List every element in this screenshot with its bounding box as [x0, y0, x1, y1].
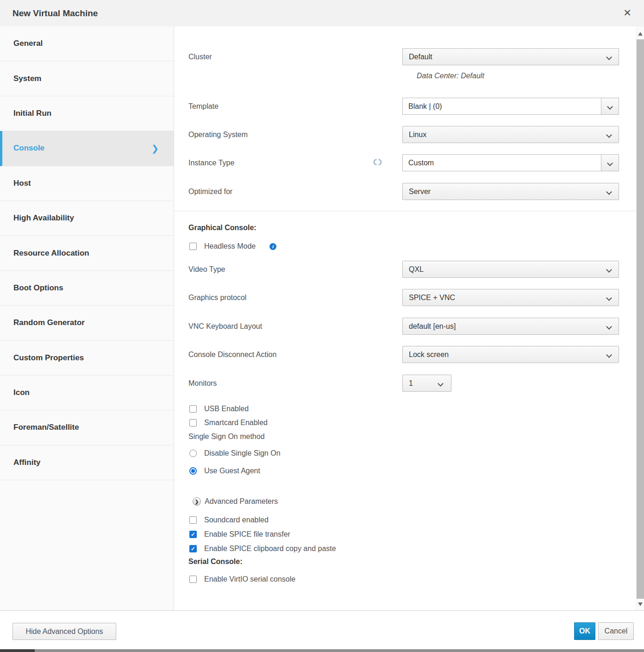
cluster-row: Cluster Default: [188, 48, 619, 65]
chevron-down-icon: [606, 295, 612, 301]
template-combobox[interactable]: Blank | (0): [402, 98, 619, 115]
template-value[interactable]: Blank | (0): [402, 98, 601, 115]
hide-advanced-options-button[interactable]: Hide Advanced Options: [13, 623, 116, 640]
serial-console-heading: Serial Console:: [188, 558, 242, 566]
sso-disable-radio[interactable]: [189, 450, 197, 457]
sidebar-item-boot-options[interactable]: Boot Options: [0, 271, 174, 306]
monitors-row: Monitors 1: [188, 375, 619, 392]
spice-clipboard-row: ✓ Enable SPICE clipboard copy and paste: [189, 545, 619, 553]
spice-file-transfer-checkbox[interactable]: ✓: [189, 531, 197, 538]
scroll-up-arrow-icon[interactable]: [638, 32, 643, 36]
sidebar-item-icon[interactable]: Icon: [0, 376, 174, 410]
sso-guest-agent-radio[interactable]: [189, 467, 197, 475]
sidebar-item-system[interactable]: System: [0, 61, 174, 96]
cluster-select[interactable]: Default: [402, 48, 619, 65]
instance-type-combobox[interactable]: Custom: [402, 154, 619, 171]
console-disconnect-row: Console Disconnect Action Lock screen: [188, 346, 619, 363]
graphics-protocol-row: Graphics protocol SPICE + VNC: [188, 289, 619, 306]
sso-guest-agent-label: Use Guest Agent: [204, 467, 260, 475]
chevron-down-icon: [606, 267, 612, 273]
smartcard-enabled-checkbox[interactable]: [189, 419, 197, 426]
soundcard-enabled-label: Soundcard enabled: [204, 516, 269, 524]
sso-method-label: Single Sign On method: [188, 433, 265, 441]
check-icon: ✓: [191, 532, 195, 537]
advanced-parameters-row: ❯ Advanced Parameters: [193, 497, 619, 506]
vnc-keyboard-row: VNC Keyboard Layout default [en-us]: [188, 318, 619, 335]
virtio-serial-checkbox[interactable]: [189, 576, 197, 583]
sidebar-item-affinity[interactable]: Affinity: [0, 445, 174, 480]
sso-disable-label: Disable Single Sign On: [204, 449, 281, 458]
vnc-keyboard-label: VNC Keyboard Layout: [188, 322, 402, 331]
vnc-keyboard-select[interactable]: default [en-us]: [402, 318, 619, 335]
operating-system-label: Operating System: [188, 131, 402, 139]
spice-clipboard-checkbox[interactable]: ✓: [189, 545, 197, 552]
video-type-row: Video Type QXL: [188, 261, 619, 278]
sidebar-item-resource-allocation[interactable]: Resource Allocation: [0, 236, 174, 270]
check-icon: ✓: [191, 546, 195, 552]
sso-guest-agent-row: Use Guest Agent: [189, 467, 619, 475]
template-label: Template: [188, 102, 402, 111]
graphics-protocol-select[interactable]: SPICE + VNC: [402, 289, 619, 306]
chevron-down-icon: [606, 132, 612, 138]
optimized-for-select[interactable]: Server: [402, 183, 619, 200]
spice-file-transfer-row: ✓ Enable SPICE file transfer: [189, 530, 619, 539]
virtio-serial-label: Enable VirtIO serial console: [204, 575, 295, 583]
sidebar-item-host[interactable]: Host: [0, 166, 174, 201]
broken-link-icon: [372, 158, 383, 168]
info-icon[interactable]: i: [269, 243, 276, 250]
headless-mode-row: Headless Mode i: [189, 242, 619, 251]
expand-chevron-icon[interactable]: ❯: [193, 497, 201, 506]
sidebar-item-foreman-satellite[interactable]: Foreman/Satellite: [0, 410, 174, 445]
dialog-body: General System Initial Run Console ❯ Hos…: [0, 26, 644, 610]
template-row: Template Blank | (0): [188, 98, 619, 115]
dialog-titlebar: New Virtual Machine ✕: [0, 0, 644, 26]
chevron-down-icon: [607, 160, 613, 166]
chevron-down-icon: [606, 324, 612, 330]
sidebar-item-custom-properties[interactable]: Custom Properties: [0, 341, 174, 376]
headless-mode-checkbox[interactable]: [189, 243, 197, 250]
sidebar-item-initial-run[interactable]: Initial Run: [0, 96, 174, 131]
operating-system-select[interactable]: Linux: [402, 126, 619, 143]
console-disconnect-select[interactable]: Lock screen: [402, 346, 619, 363]
scroll-down-arrow-icon[interactable]: [638, 602, 643, 606]
chevron-down-icon: [606, 352, 612, 358]
chevron-down-icon: [607, 104, 613, 110]
vertical-scrollbar[interactable]: [636, 26, 644, 610]
sidebar-item-general[interactable]: General: [0, 26, 174, 61]
sidebar-item-high-availability[interactable]: High Availability: [0, 201, 174, 236]
close-icon[interactable]: ✕: [621, 6, 634, 19]
soundcard-enabled-row: Soundcard enabled: [189, 516, 619, 524]
template-dropdown-button[interactable]: [601, 98, 619, 115]
soundcard-enabled-checkbox[interactable]: [189, 516, 197, 524]
video-type-label: Video Type: [188, 265, 402, 274]
instance-type-dropdown-button[interactable]: [601, 154, 619, 171]
cancel-button[interactable]: Cancel: [598, 622, 634, 640]
chevron-right-icon: ❯: [151, 143, 159, 154]
headless-mode-label: Headless Mode: [204, 242, 256, 251]
chevron-down-icon: [606, 54, 612, 60]
dialog-footer: Hide Advanced Options OK Cancel: [0, 610, 644, 650]
advanced-parameters-label[interactable]: Advanced Parameters: [205, 497, 278, 506]
smartcard-enabled-row: Smartcard Enabled: [189, 419, 619, 427]
sidebar-item-console[interactable]: Console ❯: [0, 131, 174, 166]
sidebar-item-random-generator[interactable]: Random Generator: [0, 306, 174, 340]
monitors-select[interactable]: 1: [402, 375, 451, 392]
console-disconnect-label: Console Disconnect Action: [188, 351, 402, 359]
cluster-label: Cluster: [188, 53, 402, 61]
page-bottom-scrollbar: [0, 649, 644, 652]
data-center-note: Data Center: Default: [417, 72, 484, 80]
instance-type-value[interactable]: Custom: [402, 154, 601, 171]
usb-enabled-row: USB Enabled: [189, 405, 619, 413]
spice-clipboard-label: Enable SPICE clipboard copy and paste: [204, 545, 336, 553]
video-type-select[interactable]: QXL: [402, 261, 619, 278]
monitors-label: Monitors: [188, 379, 402, 388]
ok-button[interactable]: OK: [574, 622, 595, 640]
page-bottom-scrollbar-thumb: [0, 649, 35, 652]
usb-enabled-label: USB Enabled: [204, 405, 249, 413]
graphical-console-heading: Graphical Console:: [188, 224, 256, 232]
section-divider: [174, 211, 636, 211]
usb-enabled-checkbox[interactable]: [189, 405, 197, 413]
scrollbar-thumb[interactable]: [637, 39, 644, 599]
instance-type-row: Instance Type Custom: [188, 154, 619, 171]
sso-method-row: Single Sign On method: [188, 433, 619, 441]
